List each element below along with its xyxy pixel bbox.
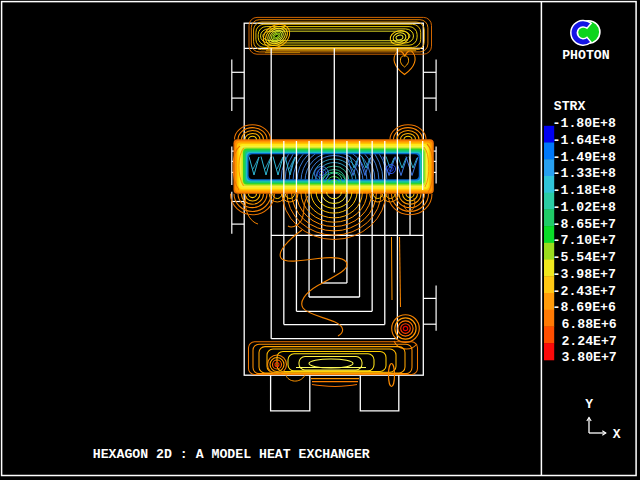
svg-text:-1.18E+8: -1.18E+8	[553, 183, 616, 198]
svg-text:PHOTON: PHOTON	[562, 48, 610, 63]
svg-text:-1.02E+8: -1.02E+8	[553, 200, 616, 215]
svg-text:Y: Y	[585, 397, 593, 412]
svg-text:2.24E+7: 2.24E+7	[561, 334, 616, 349]
svg-text:-1.33E+8: -1.33E+8	[553, 166, 616, 181]
svg-text:-2.43E+7: -2.43E+7	[553, 284, 616, 299]
svg-text:-8.65E+7: -8.65E+7	[553, 217, 616, 232]
svg-text:-1.49E+8: -1.49E+8	[553, 150, 616, 165]
svg-text:-1.80E+8: -1.80E+8	[553, 116, 616, 131]
svg-text:X: X	[613, 427, 621, 442]
svg-text:-8.69E+6: -8.69E+6	[553, 300, 616, 315]
svg-text:-3.98E+7: -3.98E+7	[553, 267, 616, 282]
svg-text:3.80E+7: 3.80E+7	[561, 350, 616, 365]
svg-text:HEXAGON 2D : A MODEL HEAT EXCH: HEXAGON 2D : A MODEL HEAT EXCHANGER	[93, 447, 370, 462]
svg-text:-5.54E+7: -5.54E+7	[553, 250, 616, 265]
svg-text:-7.10E+7: -7.10E+7	[553, 233, 616, 248]
svg-text:STRX: STRX	[554, 99, 586, 114]
svg-text:-1.64E+8: -1.64E+8	[553, 133, 616, 148]
svg-text:6.88E+6: 6.88E+6	[561, 317, 616, 332]
